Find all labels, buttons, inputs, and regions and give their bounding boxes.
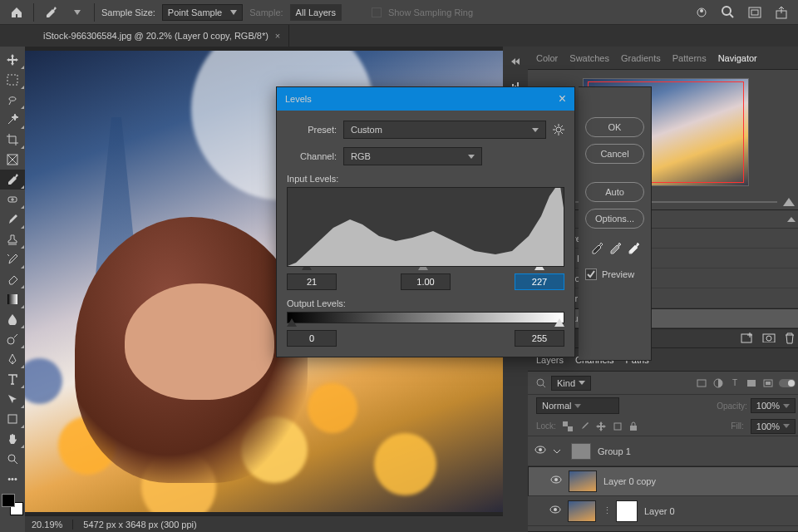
stamp-tool[interactable] — [0, 229, 25, 249]
out-black-input[interactable]: 0 — [287, 330, 337, 347]
layer-thumbnail[interactable] — [568, 500, 596, 522]
svg-rect-25 — [747, 380, 756, 387]
zoom-tool[interactable] — [0, 449, 25, 469]
blend-mode-select[interactable]: Normal — [536, 397, 619, 414]
auto-button[interactable]: Auto — [585, 182, 644, 202]
brush-tool[interactable] — [0, 209, 25, 229]
tab-gradients[interactable]: Gradients — [621, 53, 661, 63]
eraser-tool[interactable] — [0, 269, 25, 289]
layer-row[interactable]: Layer 0 copy — [528, 466, 798, 496]
eyedropper-gray-icon[interactable] — [608, 242, 622, 255]
zoom-status[interactable]: 20.19% — [32, 520, 73, 530]
type-tool[interactable] — [0, 369, 25, 389]
tab-navigator[interactable]: Navigator — [718, 53, 757, 63]
share-icon[interactable] — [771, 2, 791, 22]
hand-tool[interactable] — [0, 429, 25, 449]
opacity-input[interactable]: 100% — [751, 398, 796, 413]
eyedropper-tool[interactable] — [0, 170, 25, 190]
cancel-button[interactable]: Cancel — [585, 144, 644, 164]
eyedropper-white-icon[interactable] — [627, 242, 640, 255]
frame-tool[interactable] — [0, 150, 25, 170]
camera-icon[interactable] — [762, 332, 776, 344]
toolbar: ••• — [0, 47, 25, 532]
channel-label: Channel: — [287, 151, 337, 161]
zoom-in-icon[interactable] — [782, 197, 796, 207]
layer-name[interactable]: Layer 0 copy — [603, 476, 656, 486]
white-point-input[interactable]: 227 — [515, 273, 564, 290]
doc-dims[interactable]: 5472 px x 3648 px (300 ppi) — [83, 520, 196, 530]
tab-color[interactable]: Color — [536, 53, 558, 63]
output-slider[interactable] — [287, 318, 564, 327]
eye-icon[interactable] — [550, 475, 562, 487]
layer-name[interactable]: Layer 0 — [644, 506, 675, 516]
eyedropper-black-icon[interactable] — [590, 242, 603, 255]
heal-tool[interactable] — [0, 190, 25, 209]
trash-icon[interactable] — [784, 332, 796, 344]
options-button[interactable]: Options... — [585, 209, 644, 229]
filter-type-icon[interactable]: T — [729, 377, 741, 389]
layer-row[interactable]: ⋮ Layer 0 — [528, 496, 798, 526]
close-icon[interactable]: × — [275, 31, 280, 41]
sample-size-label: Sample Size: — [101, 7, 155, 17]
filter-shape-icon[interactable] — [746, 377, 757, 389]
preview-checkbox[interactable]: Preview — [585, 268, 644, 280]
gamma-input[interactable]: 1.00 — [401, 273, 451, 290]
layer-mask[interactable] — [616, 500, 638, 522]
preset-select[interactable]: Custom — [343, 121, 546, 139]
lock-brush-icon[interactable] — [579, 421, 589, 431]
chevron-down-icon[interactable] — [67, 2, 87, 22]
histogram[interactable] — [287, 187, 564, 267]
tab-swatches[interactable]: Swatches — [569, 53, 609, 63]
chevron-down-icon[interactable] — [553, 447, 564, 456]
tab-patterns[interactable]: Patterns — [672, 53, 707, 63]
more-tools[interactable]: ••• — [0, 469, 25, 489]
filter-toggle[interactable] — [779, 379, 796, 387]
lock-pos-icon[interactable] — [596, 421, 606, 431]
frame-icon[interactable] — [745, 2, 765, 22]
lock-artboard-icon[interactable] — [613, 421, 623, 431]
gradient-tool[interactable] — [0, 289, 25, 309]
out-white-input[interactable]: 255 — [515, 330, 564, 347]
eyedropper-tool-icon[interactable] — [41, 2, 61, 22]
eye-icon[interactable] — [534, 446, 546, 457]
kind-filter[interactable]: Kind — [551, 376, 591, 391]
dialog-titlebar[interactable]: Levels × — [277, 87, 574, 111]
color-swatches[interactable] — [2, 494, 23, 515]
lock-transparent-icon[interactable] — [563, 421, 573, 431]
crop-tool[interactable] — [0, 130, 25, 150]
path-select-tool[interactable] — [0, 389, 25, 409]
out-white-handle[interactable] — [554, 318, 564, 327]
channel-select[interactable]: RGB — [343, 147, 482, 165]
search-icon[interactable] — [536, 378, 546, 388]
layer-name[interactable]: Group 1 — [598, 446, 631, 456]
out-black-handle[interactable] — [287, 318, 297, 327]
lasso-tool[interactable] — [0, 90, 25, 110]
home-icon[interactable] — [7, 2, 27, 22]
filter-adjust-icon[interactable] — [712, 377, 724, 389]
history-brush-tool[interactable] — [0, 249, 25, 269]
filter-pixel-icon[interactable] — [696, 377, 707, 389]
blur-tool[interactable] — [0, 309, 25, 329]
search-icon[interactable] — [718, 2, 738, 22]
new-icon[interactable] — [741, 332, 754, 344]
fill-input[interactable]: 100% — [751, 419, 796, 434]
gear-icon[interactable] — [553, 124, 564, 135]
layer-row-group[interactable]: Group 1 — [528, 436, 798, 466]
layer-thumbnail[interactable] — [569, 470, 597, 492]
move-tool[interactable] — [0, 50, 25, 70]
pen-tool[interactable] — [0, 349, 25, 369]
black-point-input[interactable]: 21 — [287, 273, 337, 290]
cloud-icon[interactable] — [692, 2, 712, 22]
filter-smart-icon[interactable] — [762, 377, 774, 389]
marquee-tool[interactable] — [0, 70, 25, 90]
shape-tool[interactable] — [0, 409, 25, 429]
document-tab[interactable]: iStock-966306584.jpg @ 20.2% (Layer 0 co… — [35, 25, 289, 47]
eye-icon[interactable] — [549, 505, 561, 517]
wand-tool[interactable] — [0, 110, 25, 130]
ok-button[interactable]: OK — [585, 117, 644, 137]
collapse-icon[interactable] — [505, 52, 525, 71]
lock-all-icon[interactable] — [629, 421, 638, 431]
sample-size-select[interactable]: Point Sample — [162, 4, 243, 21]
dodge-tool[interactable] — [0, 329, 25, 349]
close-icon[interactable]: × — [559, 91, 566, 106]
